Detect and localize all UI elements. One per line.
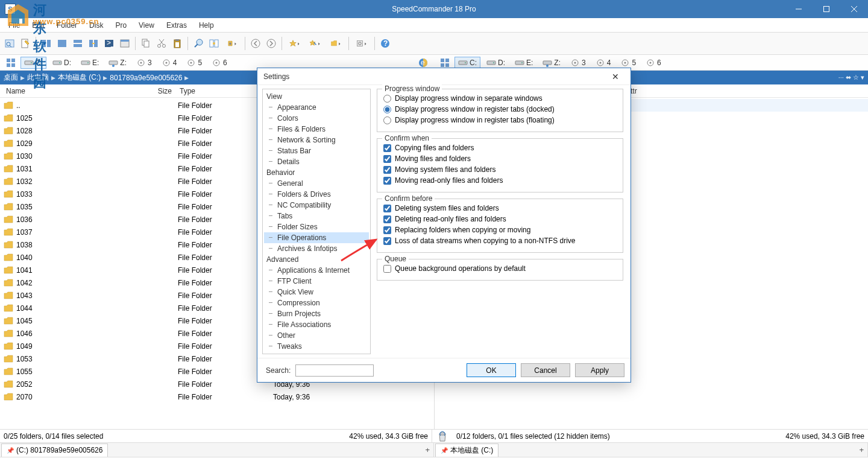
radio-progress-separate[interactable]: Display progress window in separate wind…	[383, 93, 617, 104]
check-del-system[interactable]: Deleting system files and folders	[383, 203, 617, 214]
group-title: Confirm before	[382, 194, 435, 203]
tree-item-folder-sizes[interactable]: Folder Sizes	[264, 221, 369, 232]
tree-item-tweaks[interactable]: Tweaks	[264, 341, 369, 352]
check-del-readonly[interactable]: Deleting read-only files and folders	[383, 214, 617, 224]
settings-tree: View AppearanceColorsFiles & FoldersNetw…	[262, 89, 371, 354]
tree-item-details[interactable]: Details	[264, 156, 369, 167]
group-confirm-when: Confirm when Copying files and folders M…	[377, 138, 623, 192]
tree-item-colors[interactable]: Colors	[264, 113, 369, 124]
group-progress: Progress window Display progress window …	[377, 89, 623, 132]
tree-item-file-operations[interactable]: File Operations	[264, 232, 369, 243]
tree-item-status-bar[interactable]: Status Bar	[264, 145, 369, 156]
group-confirm-before: Confirm before Deleting system files and…	[377, 199, 623, 253]
check-move-readonly[interactable]: Moving read-only files and folders	[383, 175, 617, 186]
tree-item-tabs[interactable]: Tabs	[264, 211, 369, 221]
tree-item-file-associations[interactable]: File Associations	[264, 319, 369, 330]
dialog-title: Settings	[263, 72, 289, 81]
check-streams[interactable]: Loss of data streams when copying to a n…	[383, 235, 617, 246]
apply-button[interactable]: Apply	[575, 363, 624, 377]
radio-progress-floating[interactable]: Display progress window in register tabs…	[383, 115, 617, 126]
dialog-close-button[interactable]: ✕	[606, 72, 624, 81]
tree-item-compression[interactable]: Compression	[264, 297, 369, 308]
tree-item-applications-internet[interactable]: Applications & Internet	[264, 265, 369, 276]
group-title: Progress window	[382, 84, 442, 93]
group-queue: Queue Queue background operations by def…	[377, 259, 623, 281]
group-title: Confirm when	[382, 134, 432, 142]
tree-item-files-folders[interactable]: Files & Folders	[264, 124, 369, 135]
tree-item-other[interactable]: Other	[264, 330, 369, 341]
tree-item-quick-view[interactable]: Quick View	[264, 287, 369, 297]
tree-cat-behavior[interactable]: Behavior	[264, 167, 369, 178]
tree-cat-view[interactable]: View	[264, 91, 369, 102]
tree-item-ftp-client[interactable]: FTP Client	[264, 276, 369, 287]
settings-dialog: Settings ✕ View AppearanceColorsFiles & …	[257, 68, 631, 383]
tree-item-archives-infotips[interactable]: Archives & Infotips	[264, 243, 369, 254]
tree-item-nc-compatibility[interactable]: NC Compatibility	[264, 200, 369, 211]
search-input[interactable]	[295, 364, 374, 377]
ok-button[interactable]: OK	[467, 363, 516, 377]
check-move[interactable]: Moving files and folders	[383, 153, 617, 164]
radio-progress-docked[interactable]: Display progress window in register tabs…	[383, 104, 617, 115]
tree-cat-advanced[interactable]: Advanced	[264, 254, 369, 265]
check-replace[interactable]: Replacing folders when copying or moving	[383, 224, 617, 235]
tree-item-network-sorting[interactable]: Network & Sorting	[264, 135, 369, 145]
tree-item-burn-projects[interactable]: Burn Projects	[264, 308, 369, 319]
check-queue[interactable]: Queue background operations by default	[383, 263, 617, 274]
tree-item-appearance[interactable]: Appearance	[264, 102, 369, 113]
check-move-system[interactable]: Moving system files and folders	[383, 164, 617, 175]
tree-item-folders-drives[interactable]: Folders & Drives	[264, 189, 369, 200]
tree-item-general[interactable]: General	[264, 178, 369, 189]
check-copy[interactable]: Copying files and folders	[383, 142, 617, 153]
cancel-button[interactable]: Cancel	[521, 363, 570, 377]
group-title: Queue	[382, 255, 409, 263]
search-label: Search:	[266, 366, 291, 375]
